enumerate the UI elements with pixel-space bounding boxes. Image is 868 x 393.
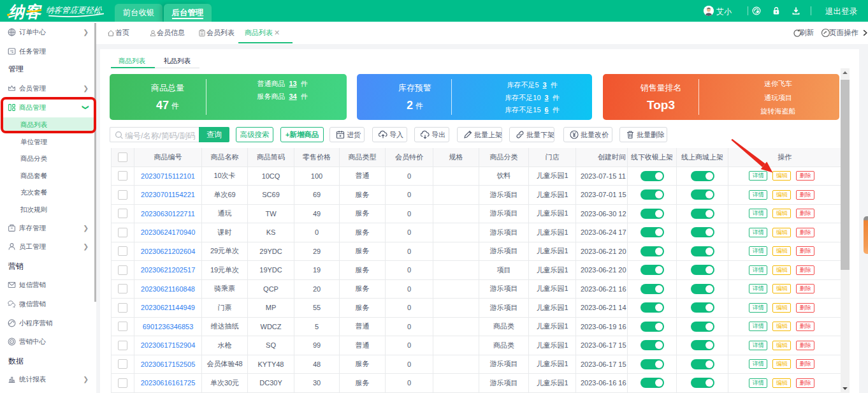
svg-text:纳客管店更轻松: 纳客管店更轻松 — [47, 6, 103, 15]
